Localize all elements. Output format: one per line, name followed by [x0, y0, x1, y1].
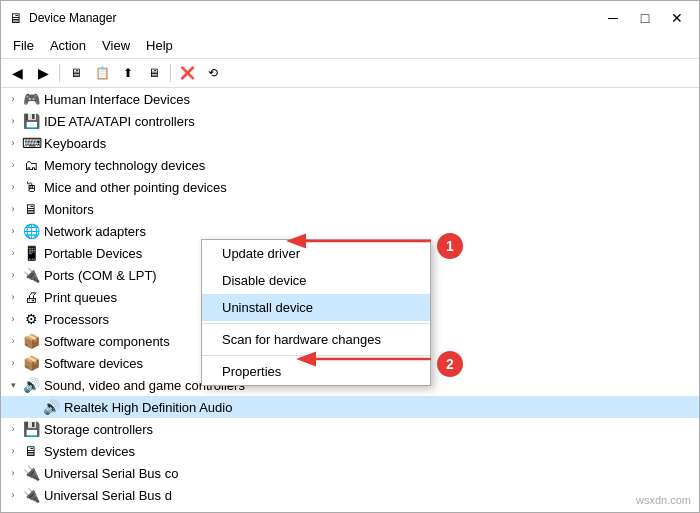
properties-button[interactable]: 📋 — [90, 62, 114, 84]
toolbar-sep-1 — [59, 64, 60, 82]
device-icon: 🖱 — [22, 179, 40, 195]
tree-item-label: Storage controllers — [44, 422, 153, 437]
device-icon: 🌐 — [22, 223, 40, 239]
device-icon: 🖥 — [22, 201, 40, 217]
expand-icon[interactable]: › — [5, 292, 21, 302]
device-icon: 📦 — [22, 333, 40, 349]
tree-item-label: Mice and other pointing devices — [44, 180, 227, 195]
tree-item[interactable]: ›🖥Monitors — [1, 198, 699, 220]
expand-icon[interactable]: › — [5, 116, 21, 126]
context-menu-item[interactable]: Scan for hardware changes — [202, 326, 430, 353]
update-driver-button[interactable]: ⬆ — [116, 62, 140, 84]
tree-item[interactable]: ›⌨Keyboards — [1, 132, 699, 154]
context-menu-item[interactable]: Uninstall device — [202, 294, 430, 321]
toolbar-sep-2 — [170, 64, 171, 82]
menu-bar: File Action View Help — [1, 33, 699, 59]
title-bar: 🖥 Device Manager ─ □ ✕ — [1, 1, 699, 33]
device-icon: 🔊 — [22, 377, 40, 393]
device-icon: 📦 — [22, 355, 40, 371]
device-icon: 🔌 — [22, 267, 40, 283]
maximize-button[interactable]: □ — [631, 7, 659, 29]
tree-item-label: Software components — [44, 334, 170, 349]
close-button[interactable]: ✕ — [663, 7, 691, 29]
context-menu-separator — [202, 355, 430, 356]
device-icon: 💾 — [22, 113, 40, 129]
context-menu-item[interactable]: Disable device — [202, 267, 430, 294]
context-menu-separator — [202, 323, 430, 324]
window-controls: ─ □ ✕ — [599, 7, 691, 29]
expand-icon[interactable]: › — [5, 446, 21, 456]
minimize-button[interactable]: ─ — [599, 7, 627, 29]
device-icon: 💾 — [22, 421, 40, 437]
expand-icon[interactable]: ▾ — [5, 380, 21, 390]
expand-icon[interactable]: › — [5, 336, 21, 346]
forward-button[interactable]: ▶ — [31, 62, 55, 84]
tree-item[interactable]: ›💾IDE ATA/ATAPI controllers — [1, 110, 699, 132]
menu-action[interactable]: Action — [42, 35, 94, 56]
expand-icon[interactable]: › — [5, 468, 21, 478]
tree-item[interactable]: ›🖱Mice and other pointing devices — [1, 176, 699, 198]
expand-icon[interactable]: › — [5, 270, 21, 280]
device-icon: 🔌 — [22, 465, 40, 481]
refresh-button[interactable]: ⟲ — [201, 62, 225, 84]
tree-item-label: Monitors — [44, 202, 94, 217]
device-icon: 🎮 — [22, 91, 40, 107]
tree-item[interactable]: ›🎮Human Interface Devices — [1, 88, 699, 110]
tree-item-label: Human Interface Devices — [44, 92, 190, 107]
tree-item-label: Print queues — [44, 290, 117, 305]
window-title: Device Manager — [29, 11, 116, 25]
tree-item-label: Software devices — [44, 356, 143, 371]
device-icon: 🔊 — [42, 399, 60, 415]
device-icon: 🖥 — [22, 443, 40, 459]
expand-icon[interactable]: › — [5, 424, 21, 434]
tree-item[interactable]: ›🖥System devices — [1, 440, 699, 462]
device-manager-button[interactable]: 🖥 — [64, 62, 88, 84]
expand-icon[interactable]: › — [5, 490, 21, 500]
toolbar: ◀ ▶ 🖥 📋 ⬆ 🖥 ❌ ⟲ — [1, 59, 699, 88]
back-button[interactable]: ◀ — [5, 62, 29, 84]
tree-item-label: Universal Serial Bus co — [44, 466, 178, 481]
tree-item[interactable]: ›🔌Universal Serial Bus d — [1, 484, 699, 506]
tree-item-label: Realtek High Definition Audio — [64, 400, 232, 415]
tree-item-label: Memory technology devices — [44, 158, 205, 173]
tree-item[interactable]: ›🗂Memory technology devices — [1, 154, 699, 176]
expand-icon[interactable]: › — [5, 160, 21, 170]
tree-item-label: Processors — [44, 312, 109, 327]
expand-icon[interactable]: › — [5, 94, 21, 104]
menu-view[interactable]: View — [94, 35, 138, 56]
expand-icon[interactable]: › — [5, 358, 21, 368]
device-icon: ⚙ — [22, 311, 40, 327]
tree-item-label: Portable Devices — [44, 246, 142, 261]
context-menu[interactable]: Update driverDisable deviceUninstall dev… — [201, 239, 431, 386]
tree-item-label: Network adapters — [44, 224, 146, 239]
expand-icon[interactable]: › — [5, 182, 21, 192]
app-icon: 🖥 — [9, 10, 23, 26]
device-icon: ⌨ — [22, 135, 40, 151]
device-icon: 🔌 — [22, 487, 40, 503]
tree-item-label: IDE ATA/ATAPI controllers — [44, 114, 195, 129]
context-menu-item[interactable]: Update driver — [202, 240, 430, 267]
expand-icon[interactable]: › — [5, 226, 21, 236]
expand-icon[interactable]: › — [5, 248, 21, 258]
disable-button[interactable]: ❌ — [175, 62, 199, 84]
tree-item-label: Universal Serial Bus d — [44, 488, 172, 503]
expand-icon[interactable]: › — [5, 138, 21, 148]
expand-icon[interactable]: › — [5, 314, 21, 324]
menu-help[interactable]: Help — [138, 35, 181, 56]
tree-item[interactable]: ›💾Storage controllers — [1, 418, 699, 440]
context-menu-item[interactable]: Properties — [202, 358, 430, 385]
tree-item-label: Ports (COM & LPT) — [44, 268, 157, 283]
tree-item[interactable]: 🔊Realtek High Definition Audio — [1, 396, 699, 418]
tree-item-label: System devices — [44, 444, 135, 459]
tree-item-label: Keyboards — [44, 136, 106, 151]
tree-item[interactable]: ›🔌Universal Serial Bus co — [1, 462, 699, 484]
device-icon: 🗂 — [22, 157, 40, 173]
menu-file[interactable]: File — [5, 35, 42, 56]
device-icon: 🖨 — [22, 289, 40, 305]
expand-icon[interactable]: › — [5, 204, 21, 214]
scan-button[interactable]: 🖥 — [142, 62, 166, 84]
device-icon: 📱 — [22, 245, 40, 261]
